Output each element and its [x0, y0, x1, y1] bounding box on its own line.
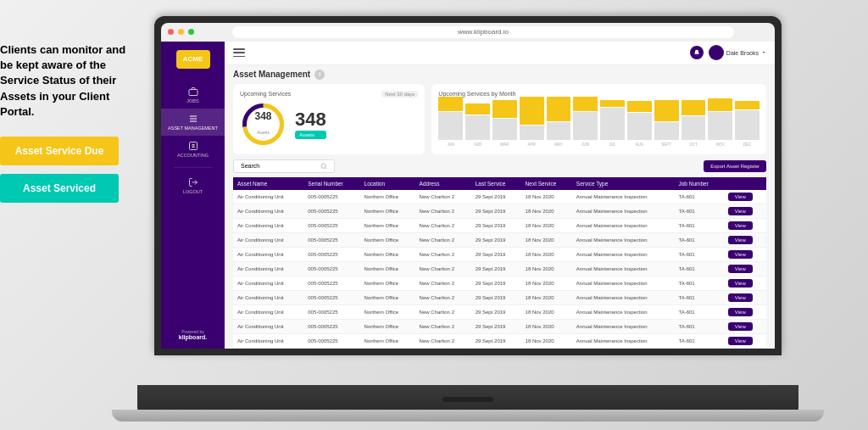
search-box[interactable]: Search [233, 159, 335, 173]
cell-address: New Charlton 2 [415, 247, 471, 261]
table-area: Search Export Asset Register [225, 159, 775, 349]
cell-asset: Air Conditioning Unit [233, 190, 303, 204]
cell-serial: 005-0005225 [303, 276, 359, 290]
app-container: ACME JOBS ASSET MANAGEMENT [161, 42, 775, 349]
cell-action[interactable]: View [724, 333, 766, 348]
cell-asset: Air Conditioning Unit [233, 204, 303, 218]
hamburger-line-2 [233, 52, 245, 53]
laptop-notch [442, 397, 493, 402]
cell-job: TA-601 [674, 218, 723, 232]
view-button[interactable]: View [728, 207, 753, 215]
info-icon[interactable]: i [314, 70, 325, 80]
col-job-number: Job Number [674, 177, 723, 190]
date-range-badge: Next 30 days [381, 91, 418, 98]
cell-location: Northern Office [360, 190, 415, 204]
sidebar-item-accounting[interactable]: ACCOUNTING [161, 136, 225, 163]
cell-last-service: 29 Sept 2019 [471, 218, 521, 232]
view-button[interactable]: View [728, 265, 753, 273]
bar-label: APR [528, 142, 536, 147]
bar-group-oct: OCT [682, 100, 706, 147]
cell-action[interactable]: View [724, 218, 766, 232]
view-button[interactable]: View [728, 279, 753, 288]
cell-action[interactable]: View [724, 304, 766, 319]
export-asset-register-button[interactable]: Export Asset Register [704, 160, 766, 172]
cell-action[interactable]: View [724, 290, 766, 304]
asset-table: Asset Name Serial Number Location Addres… [233, 177, 766, 349]
asset-icon [188, 114, 198, 124]
cell-action[interactable]: View [724, 319, 766, 333]
table-row: Air Conditioning Unit 005-0005225 Northe… [233, 333, 766, 348]
bar-group-jun: JUN [573, 97, 598, 147]
donut-number: 348 [254, 110, 271, 122]
table-body: Air Conditioning Unit 005-0005225 Northe… [233, 190, 766, 349]
cell-action[interactable]: View [724, 204, 766, 218]
view-button[interactable]: View [728, 293, 753, 302]
bar-yellow [573, 97, 598, 111]
browser-maximize-dot [188, 29, 194, 35]
table-row: Air Conditioning Unit 005-0005225 Northe… [233, 218, 766, 232]
view-button[interactable]: View [728, 221, 753, 230]
cell-next-service: 18 Nov 2020 [521, 247, 572, 261]
cell-action[interactable]: View [724, 232, 766, 247]
browser-url-bar[interactable]: www.klipboard.io [232, 26, 734, 38]
view-button[interactable]: View [728, 308, 753, 316]
browser-close-dot [168, 29, 174, 35]
cell-next-service: 18 Nov 2020 [521, 232, 572, 247]
upcoming-services-card: Upcoming Services Next 30 days [233, 84, 425, 154]
sidebar-logout-label: LOGOUT [183, 189, 203, 194]
cell-address: New Charlton 2 [415, 333, 471, 348]
cell-serial: 005-0005225 [303, 319, 359, 333]
cell-serial: 005-0005225 [303, 304, 359, 319]
view-button[interactable]: View [728, 250, 753, 259]
cell-address: New Charlton 2 [415, 276, 471, 290]
cell-action[interactable]: View [724, 190, 766, 204]
upcoming-services-header: Upcoming Services Next 30 days [240, 91, 418, 98]
cell-action[interactable]: View [724, 276, 766, 290]
view-button[interactable]: View [728, 337, 753, 345]
cell-last-service: 29 Sept 2019 [471, 232, 521, 247]
cell-action[interactable]: View [724, 247, 766, 261]
cell-location: Northern Office [360, 204, 415, 218]
donut-chart: 348 Assets [240, 101, 287, 148]
sidebar-item-asset-management[interactable]: ASSET MANAGEMENT [161, 109, 225, 136]
view-button[interactable]: View [728, 322, 753, 331]
cell-location: Northern Office [360, 319, 415, 333]
cell-address: New Charlton 2 [415, 304, 471, 319]
bar-label: JUN [581, 142, 589, 147]
hamburger-menu[interactable] [233, 48, 245, 57]
bar-group-feb: FEB [465, 103, 490, 147]
monthly-bars: JAN FEB MAR APR MAY JUN JUL AUG SEPT OCT [438, 100, 760, 147]
cell-location: Northern Office [360, 261, 415, 276]
asset-service-due-button[interactable]: Asset Service Due [0, 137, 119, 165]
cell-last-service: 29 Sept 2019 [471, 204, 521, 218]
col-last-service: Last Service [471, 177, 521, 190]
sidebar-bottom: Powered by klipboard. [161, 329, 225, 349]
sidebar-item-logout[interactable]: LOGOUT [161, 172, 225, 199]
hamburger-line-3 [233, 56, 245, 58]
cell-job: TA-601 [674, 276, 723, 290]
accounting-icon [188, 141, 198, 151]
search-icon [320, 163, 327, 170]
notification-icon[interactable] [690, 46, 704, 59]
asset-serviced-button[interactable]: Asset Serviced [0, 174, 119, 203]
cell-service-type: Annual Maintenance Inspection [572, 276, 675, 290]
cell-asset: Air Conditioning Unit [233, 218, 303, 232]
cell-asset: Air Conditioning Unit [233, 319, 303, 333]
bar-yellow [735, 101, 760, 109]
bar-group-jan: JAN [438, 97, 463, 147]
cell-asset: Air Conditioning Unit [233, 261, 303, 276]
bar-group-sept: SEPT [654, 100, 679, 147]
sidebar-jobs-label: JOBS [186, 98, 198, 103]
view-button[interactable]: View [728, 236, 753, 244]
bar-yellow [520, 97, 544, 125]
cell-action[interactable]: View [724, 261, 766, 276]
bar-gray [735, 110, 760, 140]
cell-service-type: Annual Maintenance Inspection [572, 190, 675, 204]
cell-last-service: 29 Sept 2019 [471, 190, 521, 204]
cell-job: TA-601 [674, 204, 723, 218]
view-button[interactable]: View [728, 193, 753, 201]
sidebar-item-jobs[interactable]: JOBS [161, 81, 225, 109]
col-service-type: Service Type [572, 177, 675, 190]
cell-last-service: 29 Sept 2019 [471, 276, 521, 290]
cell-location: Northern Office [360, 333, 415, 348]
